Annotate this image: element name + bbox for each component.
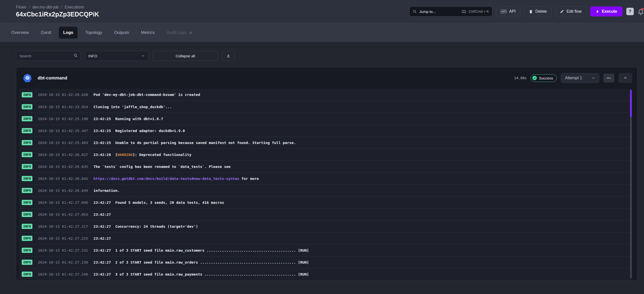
log-timestamp: 2024-10-15 01:42:26.635 xyxy=(38,165,88,169)
collapse-task-button[interactable] xyxy=(618,73,632,83)
keyboard-icon xyxy=(462,9,466,14)
log-message: 23:42:26 [WARNING]: Deprecated functiona… xyxy=(94,153,192,157)
log-row: INFO 2024-10-15 01:42:26.649 information… xyxy=(19,184,632,196)
breadcrumb-separator: / xyxy=(29,5,30,10)
breadcrumb: Flows / dev.my-dbt-job / Executions xyxy=(16,5,99,10)
jump-to-label: Jump to... xyxy=(420,10,436,14)
log-list: INFO 2024-10-15 01:42:20.428 Pod 'dev-my… xyxy=(19,89,632,280)
task-log-card: ☸ dbt-command 14.08s Success Attempt 1 •… xyxy=(16,67,638,280)
api-button-label: API xyxy=(509,9,516,14)
log-message: 23:42:27 1 of 3 START seed file main.raw… xyxy=(94,248,309,252)
execute-button[interactable]: Execute xyxy=(590,6,622,16)
log-level-badge: INFO xyxy=(22,164,32,169)
bolt-icon xyxy=(596,10,600,14)
log-timestamp: 2024-10-15 01:42:20.428 xyxy=(38,93,88,97)
breadcrumb-flows[interactable]: Flows xyxy=(16,5,26,10)
header-actions: Jump to... Ctrl/Cmd + K API API Delete E… xyxy=(410,6,640,16)
log-timestamp: 2024-10-15 01:42:25.447 xyxy=(38,129,88,133)
log-level-value: INFO xyxy=(88,54,97,58)
task-name: dbt-command xyxy=(38,76,67,81)
chevron-down-icon xyxy=(591,76,596,80)
jump-to-shortcut: Ctrl/Cmd + K xyxy=(469,10,489,14)
log-row: INFO 2024-10-15 01:42:27.217 23:42:27 Co… xyxy=(19,220,632,232)
log-scrollbar-thumb[interactable] xyxy=(630,90,632,117)
log-row: INFO 2024-10-15 01:42:25.463 23:42:25 Un… xyxy=(19,136,632,148)
tab-logs[interactable]: Logs xyxy=(59,27,78,38)
log-level-badge: INFO xyxy=(22,128,32,133)
log-search xyxy=(16,51,81,61)
log-message: https://docs.getdbt.com/docs/build/data-… xyxy=(94,177,259,181)
log-level-badge: INFO xyxy=(22,248,32,253)
chevron-down-icon xyxy=(141,54,145,58)
download-logs-button[interactable] xyxy=(222,51,234,61)
attempt-label: Attempt 1 xyxy=(565,76,582,80)
log-message: Cloning into 'jaffle_shop_duckdb'... xyxy=(94,105,172,109)
tab-audit-logs: Audit Logs xyxy=(162,27,196,38)
chevron-up-icon xyxy=(623,76,627,80)
execute-button-label: Execute xyxy=(602,9,617,14)
check-circle-icon xyxy=(532,76,537,80)
log-timestamp: 2024-10-15 01:42:25.190 xyxy=(38,117,88,121)
log-timestamp: 2024-10-15 01:42:26.649 xyxy=(38,188,88,192)
log-level-badge: INFO xyxy=(22,92,32,98)
log-row: INFO 2024-10-15 01:42:20.428 Pod 'dev-my… xyxy=(19,89,632,101)
collapse-all-button[interactable]: Collapse all xyxy=(152,51,218,61)
log-link[interactable]: https://docs.getdbt.com/docs/build/data-… xyxy=(94,177,239,181)
log-level-badge: INFO xyxy=(22,104,32,110)
log-message: 23:42:27 xyxy=(94,236,111,240)
api-icon: API xyxy=(501,10,507,13)
page-title: 64xCbc1iRx2pZp3EDCQPiK xyxy=(16,11,99,18)
log-message: 23:42:27 Found 5 models, 3 seeds, 20 dat… xyxy=(94,200,224,204)
tab-topology[interactable]: Topology xyxy=(81,27,106,38)
app-header: Flows / dev.my-dbt-job / Executions 64xC… xyxy=(0,0,644,23)
log-message: 23:42:25 Running with dbt=1.8.7 xyxy=(94,117,163,121)
notifications-bell[interactable] xyxy=(638,8,644,15)
log-timestamp: 2024-10-15 01:42:27.239 xyxy=(38,260,88,264)
help-button[interactable]: ? xyxy=(626,8,634,15)
breadcrumb-flow-id[interactable]: dev.my-dbt-job xyxy=(32,5,58,10)
delete-button-label: Delete xyxy=(535,9,547,14)
log-level-badge: INFO xyxy=(22,212,32,217)
download-icon xyxy=(226,54,230,58)
log-message: 23:42:25 Registered adapter: duckdb=1.9.… xyxy=(94,129,185,133)
delete-button[interactable]: Delete xyxy=(524,6,552,16)
api-button[interactable]: API API xyxy=(496,6,520,16)
log-level-badge: INFO xyxy=(22,176,32,181)
trash-icon xyxy=(529,10,533,14)
log-row: INFO 2024-10-15 01:42:27.046 23:42:27 Fo… xyxy=(19,196,632,208)
notification-dot xyxy=(641,8,644,10)
pencil-icon xyxy=(560,10,564,14)
log-filters: INFO Collapse all xyxy=(16,51,638,61)
log-message: 23:42:27 3 of 3 START seed file main.raw… xyxy=(94,272,309,276)
log-message: 23:42:25 Unable to do partial parsing be… xyxy=(94,141,296,145)
log-timestamp: 2024-10-15 01:42:25.463 xyxy=(38,141,88,145)
log-row: INFO 2024-10-15 01:42:27.246 23:42:27 3 … xyxy=(19,268,632,280)
tab-gantt[interactable]: Gantt xyxy=(37,27,56,38)
log-row: INFO 2024-10-15 01:42:26.642 https://doc… xyxy=(19,172,632,184)
log-timestamp: 2024-10-15 01:42:27.053 xyxy=(38,212,88,216)
log-message: 23:42:27 Concurrency: 24 threads (target… xyxy=(94,224,198,228)
tab-outputs[interactable]: Outputs xyxy=(110,27,133,38)
breadcrumb-executions[interactable]: Executions xyxy=(64,5,84,10)
edit-flow-button[interactable]: Edit flow xyxy=(555,6,586,16)
log-message: The `tests` config has been renamed to `… xyxy=(94,165,230,169)
jump-to-search[interactable]: Jump to... Ctrl/Cmd + K xyxy=(410,6,492,16)
log-message: information. xyxy=(94,188,120,192)
execution-tabs: Overview Gantt Logs Topology Outputs Met… xyxy=(0,23,644,42)
edit-flow-button-label: Edit flow xyxy=(566,9,582,14)
tab-metrics[interactable]: Metrics xyxy=(137,27,159,38)
log-level-select[interactable]: INFO xyxy=(85,51,148,61)
log-message: 23:42:27 2 of 3 START seed file main.raw… xyxy=(94,260,309,264)
log-row: INFO 2024-10-15 01:42:27.225 23:42:27 xyxy=(19,232,632,244)
log-level-badge: INFO xyxy=(22,188,32,193)
log-level-badge: INFO xyxy=(22,152,32,157)
status-label: Success xyxy=(539,76,553,80)
header-titles: Flows / dev.my-dbt-job / Executions 64xC… xyxy=(16,5,99,18)
log-search-input[interactable] xyxy=(16,51,81,61)
log-scrollbar[interactable] xyxy=(630,90,632,278)
log-message: Pod 'dev-my-dbt-job-dbt-command-bzoam' i… xyxy=(94,93,200,97)
log-timestamp: 2024-10-15 01:42:23.924 xyxy=(38,105,88,109)
more-actions-button[interactable]: ••• xyxy=(604,74,614,82)
attempt-select[interactable]: Attempt 1 xyxy=(561,73,600,83)
tab-overview[interactable]: Overview xyxy=(7,27,33,38)
